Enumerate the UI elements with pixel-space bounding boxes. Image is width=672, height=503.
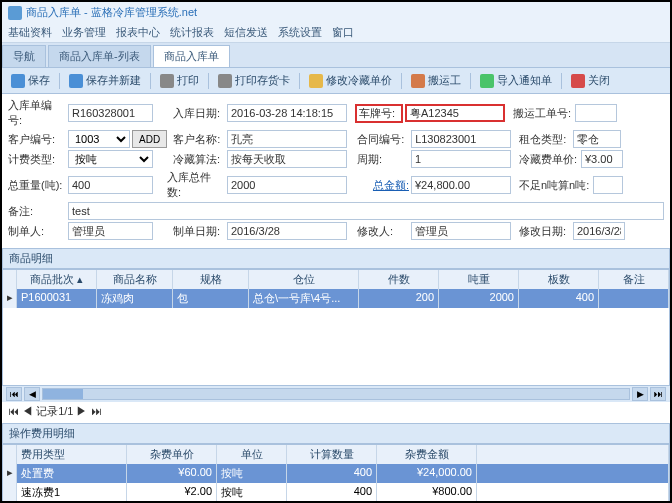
make-date-input[interactable] (227, 222, 347, 240)
cell-feeqty: 400 (287, 483, 377, 502)
last-button[interactable]: ⏭ (650, 387, 666, 401)
cell-batch: P1600031 (17, 289, 97, 308)
cell-spacer (477, 464, 669, 483)
col-feeprice[interactable]: 杂费单价 (127, 445, 217, 464)
row-handle-col (3, 270, 17, 289)
menu-basic[interactable]: 基础资料 (8, 25, 52, 40)
mod-date-input[interactable] (573, 222, 625, 240)
short-input[interactable] (593, 176, 623, 194)
detail-grid-body[interactable]: ▸ P1600031 冻鸡肉 包 总仓\一号库\4号... 200 2000 4… (3, 289, 669, 385)
prev-button[interactable]: ◀ (24, 387, 40, 401)
table-row[interactable]: ▸ P1600031 冻鸡肉 包 总仓\一号库\4号... 200 2000 4… (3, 289, 669, 308)
col-board[interactable]: 板数 (519, 270, 599, 289)
edit-icon (309, 74, 323, 88)
menu-report[interactable]: 报表中心 (116, 25, 160, 40)
remark-input[interactable] (68, 202, 664, 220)
tot-pcs-input[interactable] (227, 176, 347, 194)
import-notice-button[interactable]: 导入通知单 (475, 71, 557, 90)
separator (59, 73, 60, 89)
mod-by-label: 修改人: (357, 224, 409, 239)
contract-input[interactable] (411, 130, 511, 148)
row-handle[interactable]: ▸ (3, 464, 17, 483)
nav-last-icon[interactable]: ⏭ (91, 405, 102, 417)
menu-business[interactable]: 业务管理 (62, 25, 106, 40)
next-button[interactable]: ▶ (632, 387, 648, 401)
maker-input[interactable] (68, 222, 153, 240)
col-feeamt[interactable]: 杂费金额 (377, 445, 477, 464)
tot-amt-input[interactable] (411, 176, 511, 194)
tab-bill[interactable]: 商品入库单 (153, 45, 230, 67)
sort-icon: ▴ (77, 273, 83, 285)
print-button[interactable]: 打印 (155, 71, 204, 90)
cust-name-input[interactable] (227, 130, 347, 148)
cycle-label: 周期: (357, 152, 409, 167)
tab-nav[interactable]: 导航 (2, 45, 46, 67)
fee-type-label: 计费类型: (8, 152, 66, 167)
row-handle[interactable]: ▸ (3, 289, 17, 308)
mod-by-input[interactable] (411, 222, 511, 240)
nav-next-icon[interactable]: ▶ (76, 405, 87, 417)
nav-prev-icon[interactable]: ◀ (22, 405, 33, 417)
rent-type-input[interactable] (573, 130, 621, 148)
save-new-button[interactable]: 保存并新建 (64, 71, 146, 90)
col-feeqty[interactable]: 计算数量 (287, 445, 377, 464)
scroll-track[interactable] (42, 388, 630, 400)
menu-window[interactable]: 窗口 (332, 25, 354, 40)
col-spec[interactable]: 规格 (173, 270, 249, 289)
menu-sms[interactable]: 短信发送 (224, 25, 268, 40)
col-batch[interactable]: 商品批次 ▴ (17, 270, 97, 289)
separator (561, 73, 562, 89)
cell-name: 冻鸡肉 (97, 289, 173, 308)
table-row[interactable]: ▸ 处置费 ¥60.00 按吨 400 ¥24,000.00 (3, 464, 669, 483)
bill-no-label: 入库单编号: (8, 98, 66, 128)
col-feeunit[interactable]: 单位 (217, 445, 287, 464)
print-stock-button[interactable]: 打印存货卡 (213, 71, 295, 90)
tot-amt-label[interactable]: 总金额: (357, 178, 409, 193)
fee-type-select[interactable]: 按吨 (68, 150, 153, 168)
menu-stats[interactable]: 统计报表 (170, 25, 214, 40)
app-logo-icon (8, 6, 22, 20)
col-remark[interactable]: 备注 (599, 270, 669, 289)
separator (470, 73, 471, 89)
table-row[interactable]: 速冻费1 ¥2.00 按吨 400 ¥800.00 (3, 483, 669, 502)
separator (150, 73, 151, 89)
short-label: 不足n吨算n吨: (519, 178, 591, 193)
separator (299, 73, 300, 89)
cycle-input[interactable] (411, 150, 511, 168)
cust-no-select[interactable]: 1003 (68, 130, 130, 148)
detail-scroller: ⏮ ◀ ▶ ⏭ (2, 386, 670, 402)
save-button[interactable]: 保存 (6, 71, 55, 90)
mover-no-input[interactable] (575, 104, 617, 122)
first-button[interactable]: ⏮ (6, 387, 22, 401)
toolbar: 保存 保存并新建 打印 打印存货卡 修改冷藏单价 搬运工 导入通知单 关闭 (2, 68, 670, 94)
remark-label: 备注: (8, 204, 66, 219)
cell-board: 400 (519, 289, 599, 308)
tot-wt-input[interactable] (68, 176, 153, 194)
mover-no-label: 搬运工单号: (513, 106, 573, 121)
col-name[interactable]: 商品名称 (97, 270, 173, 289)
menu-settings[interactable]: 系统设置 (278, 25, 322, 40)
modify-price-button[interactable]: 修改冷藏单价 (304, 71, 397, 90)
col-ton[interactable]: 吨重 (439, 270, 519, 289)
cold-alg-input[interactable] (227, 150, 347, 168)
import-icon (480, 74, 494, 88)
mover-button[interactable]: 搬运工 (406, 71, 466, 90)
tab-strip: 导航 商品入库单-列表 商品入库单 (2, 43, 670, 68)
nav-first-icon[interactable]: ⏮ (8, 405, 19, 417)
col-feetype[interactable]: 费用类型 (17, 445, 127, 464)
bill-no-input[interactable] (68, 104, 153, 122)
bill-date-input[interactable] (227, 104, 347, 122)
plate-input[interactable] (405, 104, 505, 122)
cold-price-input[interactable] (581, 150, 623, 168)
print-stock-icon (218, 74, 232, 88)
scroll-thumb[interactable] (43, 389, 83, 399)
close-button[interactable]: 关闭 (566, 71, 615, 90)
row-handle[interactable] (3, 483, 17, 502)
row-handle-col (3, 445, 17, 464)
col-pcs[interactable]: 件数 (359, 270, 439, 289)
tab-list[interactable]: 商品入库单-列表 (48, 45, 151, 67)
add-customer-button[interactable]: ADD (132, 130, 167, 148)
col-loc[interactable]: 仓位 (249, 270, 359, 289)
cell-remark (599, 289, 669, 308)
cell-feetype: 速冻费1 (17, 483, 127, 502)
